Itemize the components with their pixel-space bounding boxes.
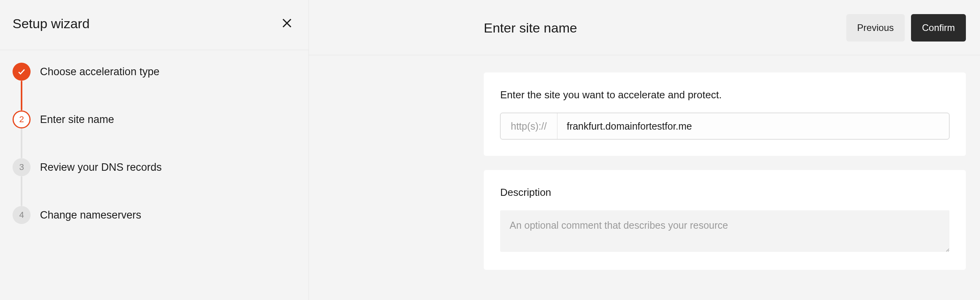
close-button[interactable] [278, 14, 296, 33]
site-url-input-group: http(s):// [500, 113, 949, 139]
close-icon [281, 17, 293, 29]
description-card: Description [484, 170, 966, 270]
description-textarea[interactable] [500, 210, 949, 252]
step-marker-pending: 4 [13, 206, 31, 224]
step-review-dns[interactable]: 3 Review your DNS records [13, 158, 296, 176]
wizard-steps: Choose acceleration type 2 Enter site na… [0, 50, 309, 237]
step-connector [21, 81, 22, 110]
sidebar-title: Setup wizard [13, 16, 90, 31]
main-actions: Previous Confirm [846, 14, 966, 42]
sidebar: Setup wizard Choose acceleration type 2 [0, 0, 309, 300]
step-marker-pending: 3 [13, 158, 31, 176]
step-enter-site-name[interactable]: 2 Enter site name [13, 110, 296, 128]
step-marker-completed [13, 63, 31, 81]
step-label: Change nameservers [40, 209, 141, 221]
url-prefix: http(s):// [501, 113, 557, 139]
step-choose-acceleration[interactable]: Choose acceleration type [13, 63, 296, 81]
page-title: Enter site name [484, 20, 577, 36]
site-name-card: Enter the site you want to accelerate an… [484, 72, 966, 156]
step-connector [21, 128, 22, 158]
description-label: Description [500, 186, 949, 199]
step-label: Choose acceleration type [40, 66, 160, 78]
sidebar-header: Setup wizard [0, 0, 309, 50]
main-content: Enter the site you want to accelerate an… [309, 55, 980, 284]
step-connector [21, 176, 22, 206]
confirm-button[interactable]: Confirm [911, 14, 966, 42]
previous-button[interactable]: Previous [846, 14, 905, 42]
step-label: Review your DNS records [40, 161, 162, 173]
site-name-label: Enter the site you want to accelerate an… [500, 89, 949, 101]
site-url-input[interactable] [557, 113, 949, 139]
main-header: Enter site name Previous Confirm [309, 0, 980, 55]
check-icon [17, 67, 26, 76]
step-label: Enter site name [40, 114, 114, 126]
main-panel: Enter site name Previous Confirm Enter t… [309, 0, 980, 300]
step-marker-current: 2 [13, 110, 31, 128]
step-change-nameservers[interactable]: 4 Change nameservers [13, 206, 296, 224]
